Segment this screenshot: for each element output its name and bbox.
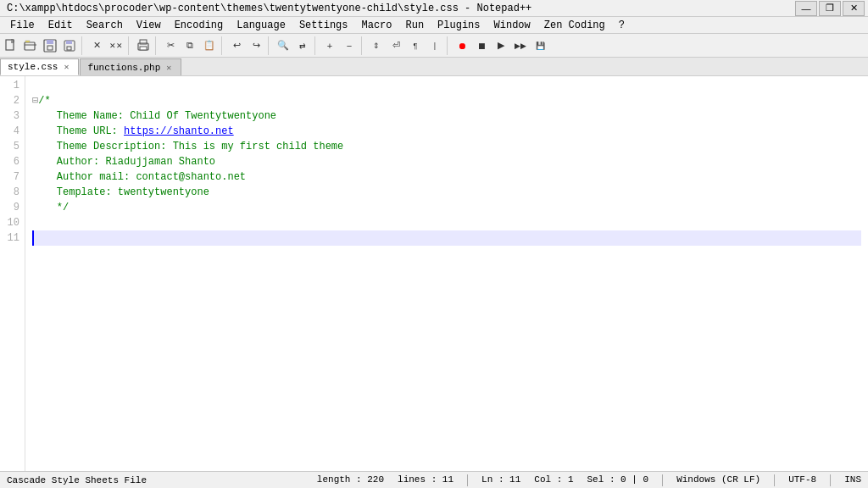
text-cursor — [32, 230, 40, 246]
menu-item-zen-coding[interactable]: Zen Coding — [537, 18, 612, 33]
menu-item-macro[interactable]: Macro — [354, 18, 398, 33]
menu-item-view[interactable]: View — [130, 18, 168, 33]
cut-button[interactable]: ✂ — [161, 36, 180, 55]
code-author: Author: Riadujjaman Shanto — [32, 154, 215, 169]
close-tab-style-css[interactable]: ✕ — [61, 62, 71, 72]
code-line-8: Template: twentytwentyone — [32, 185, 861, 200]
status-right: length : 220 lines : 11 Ln : 11 Col : 1 … — [317, 474, 861, 486]
code-theme-name: Theme Name: Child Of Twentytwentyone — [32, 108, 276, 124]
tab-bar: style.css ✕ functions.php ✕ — [0, 58, 868, 76]
copy-button[interactable]: ⧉ — [181, 36, 199, 55]
status-eol: Windows (CR LF) — [676, 474, 760, 486]
code-line-6: Author: Riadujjaman Shanto — [32, 154, 861, 169]
close-tab-button[interactable]: ✕ — [87, 36, 106, 55]
redo-button[interactable]: ↪ — [247, 36, 265, 55]
tab-style-css[interactable]: style.css ✕ — [0, 58, 79, 75]
status-divider-3 — [774, 474, 775, 486]
status-encoding: UTF-8 — [788, 474, 816, 486]
svg-rect-2 — [25, 41, 30, 42]
replace-button[interactable]: ⇄ — [293, 36, 312, 55]
menu-item-settings[interactable]: Settings — [292, 18, 355, 33]
close-tab-functions-php[interactable]: ✕ — [164, 63, 174, 73]
all-chars-button[interactable]: ¶ — [406, 36, 425, 55]
line-num-5: 5 — [5, 139, 19, 154]
title-bar: C:\xampp\htdocs\procoder\wp-content\them… — [0, 0, 868, 17]
menu-item-language[interactable]: Language — [230, 18, 292, 33]
theme-url-link[interactable]: https://shanto.net — [124, 124, 234, 139]
status-sel: Sel : 0 | 0 — [587, 474, 649, 486]
close-all-button[interactable]: ✕✕ — [107, 36, 125, 55]
menu-item-file[interactable]: File — [3, 18, 42, 33]
code-theme-url-label: Theme URL: — [32, 124, 124, 139]
undo-button[interactable]: ↩ — [227, 36, 246, 55]
save-all-button[interactable] — [60, 36, 79, 55]
menu-item-plugins[interactable]: Plugins — [431, 18, 487, 33]
save-button[interactable] — [41, 36, 59, 55]
toolbar-separator-2 — [128, 36, 131, 55]
toolbar-separator-1 — [81, 36, 85, 55]
editor-container: 1 2 3 4 5 6 7 8 9 10 11 ⊟ /* Theme Name:… — [0, 76, 868, 471]
line-num-6: 6 — [5, 154, 19, 169]
menu-item-edit[interactable]: Edit — [42, 18, 80, 33]
menu-item-search[interactable]: Search — [80, 18, 130, 33]
toolbar-separator-7 — [361, 36, 364, 55]
code-line-7: Author mail: contact@shanto.net — [32, 169, 861, 185]
line-num-1: 1 — [5, 78, 19, 93]
macro-record-button[interactable]: ⏺ — [453, 36, 471, 55]
svg-rect-1 — [25, 42, 35, 50]
toolbar-separator-6 — [314, 36, 318, 55]
menu-bar: FileEditSearchViewEncodingLanguageSettin… — [0, 17, 868, 34]
line-numbers: 1 2 3 4 5 6 7 8 9 10 11 — [0, 76, 25, 471]
comment-close: */ — [32, 200, 69, 215]
comment-open: /* — [38, 93, 50, 108]
macro-play-button[interactable]: ▶ — [492, 36, 510, 55]
code-line-3: Theme Name: Child Of Twentytwentyone — [32, 108, 861, 124]
macro-run-button[interactable]: ▶▶ — [511, 36, 530, 55]
line-num-11: 11 — [5, 230, 19, 246]
status-lines: lines : 11 — [398, 474, 453, 486]
status-divider-1 — [467, 474, 468, 486]
menu-item--[interactable]: ? — [612, 18, 632, 33]
code-editor[interactable]: ⊟ /* Theme Name: Child Of Twentytwentyon… — [25, 76, 868, 471]
status-length: length : 220 — [317, 474, 384, 486]
window-controls: — ❐ ✕ — [795, 1, 865, 16]
code-line-2: ⊟ /* — [32, 93, 861, 108]
zoom-in-button[interactable]: + — [320, 36, 339, 55]
sync-scroll-button[interactable]: ⇕ — [367, 36, 386, 55]
menu-item-encoding[interactable]: Encoding — [168, 18, 231, 33]
macro-stop-button[interactable]: ⏹ — [472, 36, 491, 55]
toolbar-separator-5 — [268, 36, 271, 55]
maximize-button[interactable]: ❐ — [819, 1, 841, 16]
tab-label-style-css: style.css — [8, 62, 58, 72]
status-divider-4 — [830, 474, 831, 486]
macro-save-button[interactable]: 💾 — [531, 36, 549, 55]
toolbar-separator-3 — [155, 36, 159, 55]
tab-functions-php[interactable]: functions.php ✕ — [80, 58, 181, 75]
line-num-2: 2 — [5, 93, 19, 108]
window-title: C:\xampp\htdocs\procoder\wp-content\them… — [3, 3, 795, 14]
line-num-4: 4 — [5, 124, 19, 139]
word-wrap-button[interactable]: ⏎ — [387, 36, 405, 55]
zoom-out-button[interactable]: − — [340, 36, 359, 55]
indent-guide-button[interactable]: | — [426, 36, 444, 55]
line-num-8: 8 — [5, 185, 19, 200]
find-button[interactable]: 🔍 — [274, 36, 292, 55]
code-line-11[interactable] — [32, 230, 861, 246]
toolbar-separator-4 — [221, 36, 225, 55]
code-template: Template: twentytwentyone — [32, 185, 209, 200]
close-button[interactable]: ✕ — [843, 1, 865, 16]
menu-item-run[interactable]: Run — [399, 18, 431, 33]
line-num-9: 9 — [5, 200, 19, 215]
open-button[interactable] — [21, 36, 40, 55]
fold-indicator[interactable]: ⊟ — [32, 93, 38, 108]
menu-item-window[interactable]: Window — [487, 18, 537, 33]
print-button[interactable] — [134, 36, 153, 55]
status-bar: Cascade Style Sheets File length : 220 l… — [0, 471, 868, 488]
code-theme-desc: Theme Description: This is my first chil… — [32, 139, 343, 154]
paste-button[interactable]: 📋 — [200, 36, 219, 55]
svg-rect-7 — [66, 41, 72, 44]
file-type-label: Cascade Style Sheets File — [7, 475, 147, 485]
code-line-5: Theme Description: This is my first chil… — [32, 139, 861, 154]
new-button[interactable] — [2, 36, 20, 55]
minimize-button[interactable]: — — [795, 1, 817, 16]
